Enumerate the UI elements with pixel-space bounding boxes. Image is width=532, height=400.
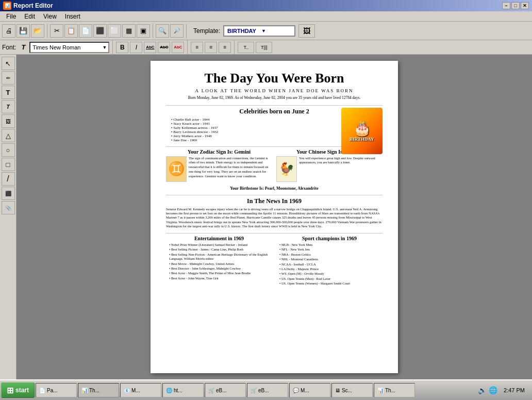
ent-item: Nobel Prize Winner (Literature) Samuel B…: [169, 243, 272, 247]
sport-item: WS. Open (M) - Orville Moody: [279, 272, 383, 276]
sport-item: US. Open Tennis (Men) - Rod Laver: [279, 277, 383, 281]
ent-item: Best Movie - Midnight Cowboy, United Art…: [169, 262, 272, 266]
tool-5[interactable]: ⬛: [2, 187, 15, 200]
sport-item: MLB - New York Mets: [279, 243, 383, 247]
template-label: Template:: [193, 27, 220, 35]
font-sep-3: [234, 40, 235, 55]
image-tool-button[interactable]: 🖼: [2, 114, 15, 128]
cut-button[interactable]: ✂: [50, 24, 63, 38]
draw-tool-button[interactable]: ✏: [2, 71, 15, 85]
canvas-area[interactable]: The Day You Were Born A Look At The Worl…: [16, 55, 532, 379]
rect-tool-button[interactable]: □: [2, 158, 15, 171]
tb-btn-4[interactable]: ⬛: [93, 24, 107, 38]
underline-2-button[interactable]: AbC: [158, 42, 170, 53]
open-button[interactable]: 📂: [31, 24, 44, 38]
tb-btn-5[interactable]: ⬜: [108, 24, 121, 38]
taskbar-item-1[interactable]: 📊 Th...: [78, 383, 119, 397]
taskbar-item-icon-6: 💬: [293, 388, 299, 393]
save-button[interactable]: 💾: [16, 24, 30, 38]
bottom-two-col: Entertainment in 1969 Nobel Prize Winner…: [166, 236, 383, 287]
window-controls: − □ ✕: [502, 2, 529, 9]
news-text: Senator Edward M. Kennedy escapes injury…: [166, 207, 383, 229]
maximize-button[interactable]: □: [511, 2, 520, 9]
taskbar-item-4[interactable]: 🛒 eB...: [205, 383, 246, 397]
text-effect-2-button[interactable]: T|||: [256, 42, 272, 53]
tb-btn-6[interactable]: ▦: [122, 24, 136, 38]
font-select-arrow-icon: ▼: [101, 45, 108, 50]
taskbar: ⊞ start 📄 Pa... 📊 Th... 📧 M... 🌐 ht... 🛒…: [0, 379, 532, 400]
divider-1: [166, 105, 383, 106]
zodiac-image: ♊: [166, 156, 187, 182]
font-name: Times New Roman: [30, 44, 82, 51]
sport-section: Sport champions in 1969 MLB - New York M…: [276, 236, 383, 287]
taskbar-item-7[interactable]: 🖥 Sc...: [331, 383, 373, 397]
template-go-button[interactable]: 🖼: [298, 24, 315, 38]
menu-insert[interactable]: Insert: [61, 12, 85, 21]
taskbar-item-icon-7: 🖥: [335, 388, 340, 393]
taskbar-item-2[interactable]: 📧 M...: [120, 383, 161, 397]
taskbar-items: 📄 Pa... 📊 Th... 📧 M... 🌐 ht... 🛒 eB... 🛒…: [36, 383, 475, 397]
line-tool-button[interactable]: /: [2, 172, 15, 186]
tool-6[interactable]: 📎: [2, 201, 15, 214]
taskbar-item-label-7: Sc...: [342, 388, 352, 393]
taskbar-item-6[interactable]: 💬 M...: [289, 383, 330, 397]
taskbar-item-8[interactable]: 📊 Th...: [374, 383, 415, 397]
font-select[interactable]: Times New Roman ▼: [29, 42, 109, 53]
sport-item: NBA - Boston Celtics: [279, 253, 383, 257]
ent-item: Best Actor - Maggie Smith, The Prime of …: [169, 271, 272, 275]
align-center-button[interactable]: ≡: [205, 42, 217, 53]
text-effect-1-button[interactable]: T..: [238, 42, 254, 53]
menu-edit[interactable]: Edit: [20, 12, 39, 21]
taskbar-item-3[interactable]: 🌐 ht...: [162, 383, 204, 397]
select-tool-button[interactable]: ↖: [2, 57, 15, 70]
text-tool-button[interactable]: T: [2, 86, 15, 99]
app-title: Report Editor: [13, 2, 502, 9]
side-toolbar: ↖ ✏ T T 🖼 △ ○ □ / ⬛ 📎: [0, 55, 16, 379]
tb-btn-7[interactable]: ▣: [137, 24, 150, 38]
align-left-button[interactable]: ≡: [191, 42, 203, 53]
ent-item: Best Director - John Schlesinger, Midnig…: [169, 266, 272, 271]
bold-button[interactable]: B: [116, 42, 128, 53]
paste-button[interactable]: 📄: [79, 24, 92, 38]
copy-button[interactable]: 📋: [64, 24, 78, 38]
zodiac-text: The sign of communication and connection…: [189, 156, 272, 182]
taskbar-item-icon-3: 🌐: [166, 388, 172, 393]
document-canvas: The Day You Were Born A Look At The Worl…: [151, 61, 398, 373]
minimize-button[interactable]: −: [502, 2, 510, 9]
zoom-out-button[interactable]: 🔎: [170, 24, 184, 38]
taskbar-item-5[interactable]: 🛒 eB...: [247, 383, 288, 397]
menu-file[interactable]: File: [2, 12, 20, 21]
italic-button[interactable]: I: [130, 42, 142, 53]
close-button[interactable]: ✕: [521, 2, 529, 9]
zodiac-title: Your Zodiac Sign Is: Gemini: [166, 149, 272, 155]
taskbar-item-icon-8: 📊: [377, 388, 384, 393]
zodiac-box: Your Zodiac Sign Is: Gemini ♊ The sign o…: [166, 149, 272, 182]
main-area: ↖ ✏ T T 🖼 △ ○ □ / ⬛ 📎 The Day You Were B…: [0, 55, 532, 379]
underline-3-button[interactable]: AbC: [172, 42, 184, 53]
zoom-in-button[interactable]: 🔍: [156, 24, 169, 38]
sport-item: US. Open Tennis (Women) - Margaret Smith…: [279, 281, 383, 286]
rooster-image: 🐓: [276, 156, 297, 182]
ent-item: Best Actor - John Wayne, True Grit: [169, 276, 272, 280]
align-right-button[interactable]: ≡: [219, 42, 231, 53]
ent-item: Best Selling Non-Fiction - American Heri…: [169, 253, 272, 261]
text-tool-2-button[interactable]: T: [2, 100, 15, 113]
print-button[interactable]: 🖨: [2, 24, 15, 38]
taskbar-item-label-0: Pa...: [47, 388, 58, 393]
ent-item: Best Selling Fiction - James / Camp Line…: [169, 247, 272, 252]
template-select[interactable]: BIRTHDAY ▼: [223, 25, 295, 37]
birthday-image: 🎂 BIRTHDAY: [341, 108, 383, 154]
news-section: In The News In 1969 Senator Edward M. Ke…: [166, 197, 383, 229]
font-label: Font:: [2, 44, 16, 51]
triangle-tool-button[interactable]: △: [2, 129, 15, 142]
taskbar-item-0[interactable]: 📄 Pa...: [36, 383, 77, 397]
start-button[interactable]: ⊞ start: [1, 382, 35, 398]
underline-1-button[interactable]: AbC: [144, 42, 156, 53]
toolbar-sep-2: [153, 24, 153, 38]
circle-tool-button[interactable]: ○: [2, 143, 15, 157]
tray-icon-2: 🌐: [489, 386, 497, 394]
font-toolbar: Font: T Times New Roman ▼ B I AbC AbC Ab…: [0, 40, 532, 55]
toolbar-sep-1: [47, 24, 47, 38]
app-icon: 📊: [3, 2, 11, 10]
menu-view[interactable]: View: [39, 12, 61, 21]
